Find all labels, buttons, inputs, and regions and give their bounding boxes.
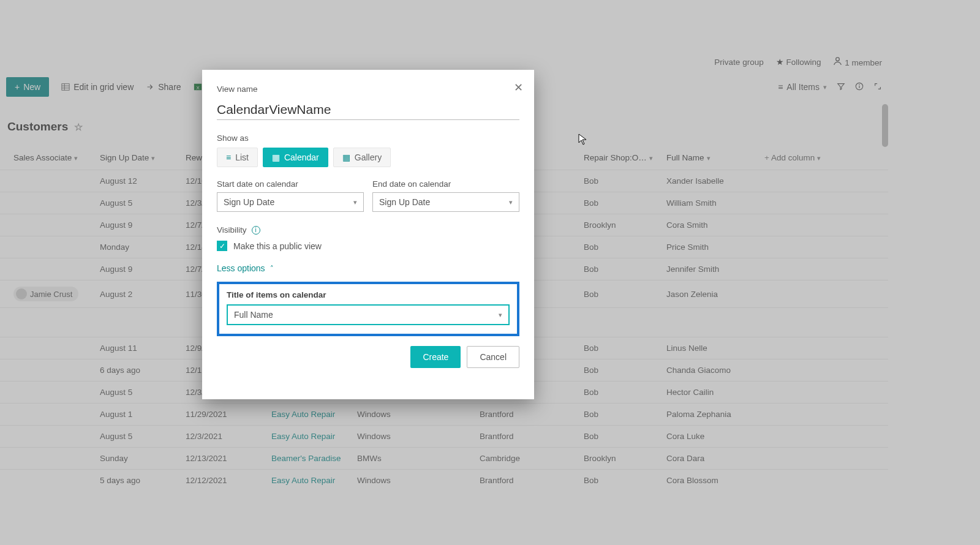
chevron-down-icon: ▾ (509, 198, 513, 206)
chevron-up-icon: ˄ (270, 265, 274, 272)
show-as-label: Show as (217, 133, 519, 143)
title-of-items-section: Title of items on calendar Full Name▾ (217, 282, 519, 336)
info-icon[interactable]: i (252, 226, 260, 235)
end-date-label: End date on calendar (372, 179, 519, 189)
view-name-label: View name (217, 85, 519, 94)
gallery-icon: ▦ (342, 152, 350, 162)
view-name-input[interactable] (217, 99, 519, 120)
list-lines-icon: ≡ (226, 152, 231, 162)
create-button[interactable]: Create (410, 346, 461, 368)
show-as-gallery[interactable]: ▦Gallery (333, 148, 391, 167)
public-view-checkbox[interactable]: ✓ (217, 241, 227, 251)
less-options-toggle[interactable]: Less options ˄ (217, 263, 519, 273)
visibility-label: Visibility (217, 225, 247, 235)
end-date-select[interactable]: Sign Up Date▾ (372, 192, 519, 212)
close-icon[interactable]: ✕ (514, 81, 523, 94)
create-view-dialog: ✕ View name Show as ≡List ▦Calendar ▦Gal… (202, 70, 534, 399)
show-as-list[interactable]: ≡List (217, 148, 258, 167)
chevron-down-icon: ▾ (499, 311, 502, 319)
chevron-down-icon: ▾ (353, 198, 357, 206)
calendar-icon: ▦ (272, 152, 280, 162)
show-as-calendar[interactable]: ▦Calendar (263, 148, 328, 167)
title-of-items-select[interactable]: Full Name▾ (227, 304, 510, 325)
public-view-label: Make this a public view (233, 241, 322, 251)
start-date-select[interactable]: Sign Up Date▾ (217, 192, 364, 212)
title-of-items-label: Title of items on calendar (227, 290, 510, 299)
start-date-label: Start date on calendar (217, 179, 364, 189)
cancel-button[interactable]: Cancel (467, 346, 519, 368)
